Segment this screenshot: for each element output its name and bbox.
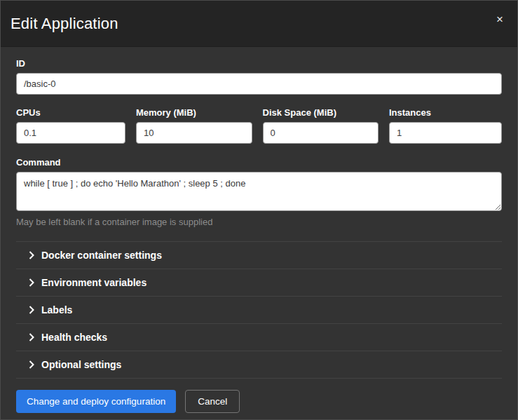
disk-label: Disk Space (MiB) bbox=[263, 107, 379, 118]
close-button[interactable]: × bbox=[492, 12, 507, 27]
section-toggle-health-checks[interactable]: Health checks bbox=[16, 323, 502, 351]
command-field-group: Command while [ true ] ; do echo 'Hello … bbox=[16, 157, 502, 227]
chevron-right-icon bbox=[29, 306, 34, 314]
section-label: Health checks bbox=[41, 332, 107, 343]
chevron-right-icon bbox=[29, 333, 34, 341]
id-field-group: ID bbox=[16, 58, 502, 95]
disk-input[interactable] bbox=[263, 122, 379, 144]
id-input[interactable] bbox=[16, 73, 502, 95]
memory-label: Memory (MiB) bbox=[136, 107, 252, 118]
cancel-button[interactable]: Cancel bbox=[185, 390, 240, 413]
collapsible-sections: Docker container settings Environment va… bbox=[16, 241, 502, 379]
close-icon: × bbox=[496, 13, 503, 26]
command-textarea[interactable]: while [ true ] ; do echo 'Hello Marathon… bbox=[16, 172, 502, 211]
instances-input[interactable] bbox=[389, 122, 502, 144]
section-label: Optional settings bbox=[41, 359, 121, 370]
cpus-input[interactable] bbox=[16, 122, 125, 144]
chevron-right-icon bbox=[29, 360, 34, 369]
section-label: Environment variables bbox=[41, 277, 146, 288]
section-label: Docker container settings bbox=[41, 250, 162, 261]
memory-input[interactable] bbox=[136, 122, 252, 144]
modal-footer: Change and deploy configuration Cancel bbox=[1, 379, 517, 420]
chevron-right-icon bbox=[29, 278, 34, 287]
resources-row: CPUs Memory (MiB) Disk Space (MiB) Insta… bbox=[16, 107, 502, 144]
cpus-label: CPUs bbox=[16, 107, 125, 118]
modal-body: ID CPUs Memory (MiB) Disk Space (MiB) In… bbox=[1, 47, 517, 379]
disk-field-group: Disk Space (MiB) bbox=[263, 107, 379, 144]
command-label: Command bbox=[16, 157, 502, 168]
memory-field-group: Memory (MiB) bbox=[136, 107, 252, 144]
change-and-deploy-button[interactable]: Change and deploy configuration bbox=[16, 390, 176, 413]
instances-label: Instances bbox=[389, 107, 502, 118]
section-toggle-docker[interactable]: Docker container settings bbox=[16, 241, 502, 269]
id-label: ID bbox=[16, 58, 502, 69]
edit-application-modal: Edit Application × ID CPUs Memory (MiB) … bbox=[0, 0, 518, 420]
section-label: Labels bbox=[41, 304, 72, 316]
command-help-text: May be left blank if a container image i… bbox=[16, 217, 502, 227]
cpus-field-group: CPUs bbox=[16, 107, 125, 144]
modal-header: Edit Application × bbox=[1, 1, 517, 47]
chevron-right-icon bbox=[29, 251, 34, 259]
section-toggle-optional-settings[interactable]: Optional settings bbox=[16, 351, 502, 378]
instances-field-group: Instances bbox=[389, 107, 502, 144]
section-toggle-environment[interactable]: Environment variables bbox=[16, 269, 502, 296]
modal-title: Edit Application bbox=[11, 15, 118, 33]
section-toggle-labels[interactable]: Labels bbox=[16, 296, 502, 323]
